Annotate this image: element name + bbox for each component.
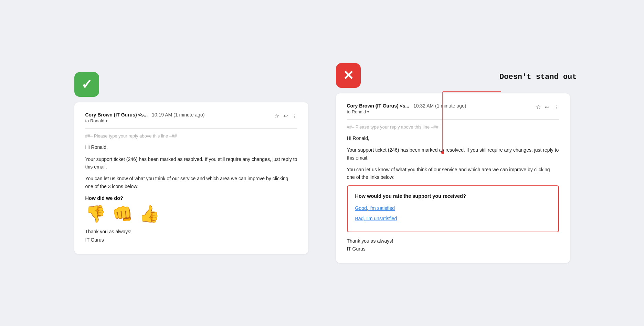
right-reply-hint: ##– Please type your reply above this li…	[347, 124, 559, 130]
annotation-label: Doesn't stand out	[499, 73, 577, 81]
right-more-icon[interactable]: ⋮	[553, 104, 559, 110]
right-signoff1: Thank you as always!	[347, 238, 393, 244]
left-sender-name: Cory Brown (IT Gurus) <s...	[85, 112, 148, 118]
left-emoji-row: 👎 👊 👍	[85, 206, 297, 222]
left-sender-line: Cory Brown (IT Gurus) <s... 10:19 AM (1 …	[85, 112, 205, 118]
right-email-body: Hi Ronald, Your support ticket (246) has…	[347, 134, 559, 254]
right-divider	[347, 119, 559, 120]
right-meta-right: ☆ ↩ ⋮	[536, 104, 559, 110]
left-signoff1: Thank you as always!	[85, 229, 132, 234]
left-reply-icon[interactable]: ↩	[283, 113, 288, 119]
right-email-header: Cory Brown (IT Gurus) <s... 10:32 AM (1 …	[347, 103, 559, 114]
right-rating-box: How would you rate the support you recei…	[347, 185, 559, 232]
right-body1: Your support ticket (246) has been marke…	[347, 146, 559, 162]
left-greeting: Hi Ronald,	[85, 143, 297, 151]
left-email-header: Cory Brown (IT Gurus) <s... 10:19 AM (1 …	[85, 112, 297, 123]
right-star-icon[interactable]: ☆	[536, 104, 541, 110]
left-divider	[85, 128, 297, 129]
left-star-icon[interactable]: ☆	[274, 113, 279, 119]
right-rating-box-title: How would you rate the support you recei…	[355, 192, 551, 200]
left-reply-hint: ##– Please type your reply above this li…	[85, 133, 297, 139]
right-to-text: to Ronald	[347, 109, 366, 114]
right-sender-time: 10:32 AM (1 minute ago)	[413, 103, 466, 109]
thumbs-middle-emoji[interactable]: 👊	[112, 206, 133, 222]
left-sender-time: 10:19 AM (1 minute ago)	[152, 112, 204, 118]
left-body2: You can let us know of what you think of…	[85, 175, 297, 190]
left-to-text: to Ronald	[85, 118, 105, 123]
thumbs-down-emoji[interactable]: 👎	[85, 206, 106, 222]
right-panel: ✕ Doesn't stand out Cory Brown (IT Gurus…	[336, 63, 570, 263]
good-link[interactable]: Good, I'm satisfied	[355, 204, 551, 212]
right-chevron-icon[interactable]: ▾	[367, 110, 369, 114]
left-email-card: Cory Brown (IT Gurus) <s... 10:19 AM (1 …	[74, 102, 308, 254]
left-panel: ✓ Cory Brown (IT Gurus) <s... 10:19 AM (…	[74, 72, 308, 254]
left-email-body: Hi Ronald, Your support ticket (246) has…	[85, 143, 297, 244]
left-signoff2: IT Gurus	[85, 237, 104, 243]
left-body1: Your support ticket (246) has been marke…	[85, 155, 297, 171]
right-to-line: to Ronald ▾	[347, 109, 466, 114]
left-meta-left: Cory Brown (IT Gurus) <s... 10:19 AM (1 …	[85, 112, 205, 123]
left-rating-title: How did we do?	[85, 194, 297, 202]
left-to-line: to Ronald ▾	[85, 118, 205, 123]
right-reply-icon[interactable]: ↩	[545, 104, 549, 110]
thumbs-up-emoji[interactable]: 👍	[139, 206, 160, 222]
bad-badge: ✕	[336, 63, 361, 88]
right-email-card: Cory Brown (IT Gurus) <s... 10:32 AM (1 …	[336, 93, 570, 263]
right-sender-line: Cory Brown (IT Gurus) <s... 10:32 AM (1 …	[347, 103, 466, 109]
left-meta-right: ☆ ↩ ⋮	[274, 113, 297, 119]
left-chevron-icon[interactable]: ▾	[106, 119, 107, 123]
left-signoff: Thank you as always! IT Gurus	[85, 228, 297, 244]
right-greeting: Hi Ronald,	[347, 134, 559, 142]
annotation-container: Doesn't stand out Cory Brown (IT Gurus) …	[336, 93, 570, 263]
right-signoff: Thank you as always! IT Gurus	[347, 237, 559, 254]
bad-link[interactable]: Bad, I'm unsatisfied	[355, 215, 551, 222]
right-sender-name: Cory Brown (IT Gurus) <s...	[347, 103, 410, 109]
left-more-icon[interactable]: ⋮	[292, 113, 297, 119]
right-meta-left: Cory Brown (IT Gurus) <s... 10:32 AM (1 …	[347, 103, 466, 114]
right-body2: You can let us know of what you think of…	[347, 166, 559, 181]
good-badge: ✓	[74, 72, 99, 97]
right-signoff2: IT Gurus	[347, 246, 366, 252]
right-panel-wrapper: ✕ Doesn't stand out Cory Brown (IT Gurus…	[336, 63, 570, 263]
